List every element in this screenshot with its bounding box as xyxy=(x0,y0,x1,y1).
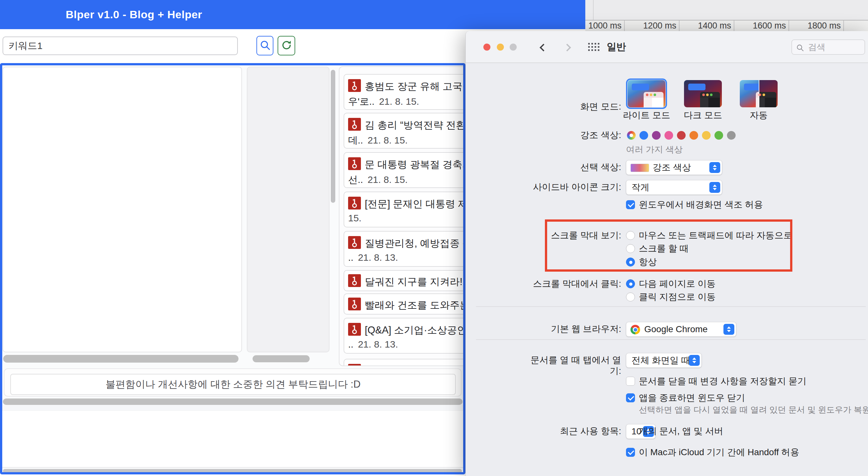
accent-pink-swatch[interactable] xyxy=(664,131,673,140)
editor-panel[interactable] xyxy=(3,67,242,352)
appearance-auto-label: 자동 xyxy=(733,109,784,122)
timeline-background-window: 1000 ms 1200 ms 1400 ms 1600 ms 1800 ms xyxy=(585,0,868,31)
handoff-checkbox[interactable] xyxy=(626,448,635,457)
post-card[interactable]: 빨래와 건조를 도와주는 발명 xyxy=(344,294,465,314)
post-card[interactable]: 식품통계로 알아보는 소금 0 xyxy=(344,359,465,366)
ruler-label: 1400 ms xyxy=(693,21,731,31)
post-date: 21. 8. 13. xyxy=(358,339,398,349)
post-title: 김 총리 “방역전략 전환할 때 xyxy=(365,118,465,132)
wallpaper-tint-checkbox[interactable] xyxy=(626,200,635,209)
dropdown-stepper-icon xyxy=(709,162,720,173)
post-card[interactable]: 문 대통령 광복절 경축사 “품 선..21. 8. 15. xyxy=(344,152,465,188)
accent-caption: 여러 가지 색상 xyxy=(626,144,683,156)
zoom-button-disabled xyxy=(509,43,517,50)
ask-to-save-checkbox[interactable] xyxy=(626,377,635,386)
post-card[interactable]: [전문] 문재인 대통령 제76주 15. xyxy=(344,192,465,228)
policy-news-icon xyxy=(348,197,361,209)
section-divider xyxy=(476,306,866,307)
dropdown-stepper-icon xyxy=(689,355,700,366)
default-browser-dropdown[interactable]: Google Chrome xyxy=(626,322,736,337)
post-card[interactable]: 질병관리청, 예방접종 증명서 ..21. 8. 13. xyxy=(344,231,465,267)
post-subline: ..21. 8. 13. xyxy=(348,339,398,350)
vertical-scrollbar[interactable] xyxy=(331,70,335,203)
post-date: 21. 8. 15. xyxy=(379,96,419,107)
scrollbar-click-label: 스크롤 막대에서 클릭: xyxy=(525,278,621,289)
sidebar-size-label: 사이드바 아이콘 크기: xyxy=(525,182,621,193)
post-subline: 15. xyxy=(348,213,362,224)
accent-purple-swatch[interactable] xyxy=(652,131,661,140)
policy-news-icon xyxy=(348,79,361,92)
post-card[interactable]: 홍범도 장군 유해 고국품으로 우'로..21. 8. 15. xyxy=(344,74,465,110)
accent-gray-swatch[interactable] xyxy=(727,131,736,140)
appearance-light-label: 라이트 모드 xyxy=(621,109,672,122)
ruler-label: 1600 ms xyxy=(747,21,786,31)
ask-to-save-label: 문서를 닫을 때 변경 사항을 저장할지 묻기 xyxy=(639,376,806,387)
scrollbar-click-jump-radio[interactable] xyxy=(626,293,635,301)
post-title: 홍범도 장군 유해 고국품으로 xyxy=(365,80,465,93)
annotation-highlight-box xyxy=(545,219,793,272)
accent-yellow-swatch[interactable] xyxy=(702,131,711,140)
policy-news-icon xyxy=(348,118,361,131)
post-card[interactable]: [Q&A] 소기업·소상공인 희 ..21. 8. 13. xyxy=(344,318,465,354)
accent-color-label: 강조 색상: xyxy=(525,130,621,141)
policy-news-icon xyxy=(348,236,361,249)
forward-icon xyxy=(563,43,571,51)
recent-items-label: 최근 사용 항목: xyxy=(525,426,621,437)
back-icon[interactable] xyxy=(539,43,547,51)
accent-multicolor-swatch[interactable] xyxy=(627,131,636,140)
show-all-preferences-icon[interactable] xyxy=(588,43,599,52)
footer-scrollbar[interactable] xyxy=(3,469,462,473)
post-subline: 우'로..21. 8. 15. xyxy=(348,95,419,108)
scrollbar-click-next-page-label: 다음 페이지로 이동 xyxy=(639,278,716,289)
bottom-horizontal-scrollbar[interactable] xyxy=(3,399,463,405)
highlight-color-dropdown[interactable]: 강조 색상 xyxy=(626,160,722,175)
chrome-icon xyxy=(630,325,640,334)
refresh-icon xyxy=(281,39,292,52)
appearance-option-auto[interactable] xyxy=(740,80,778,107)
close-windows-on-quit-checkbox[interactable] xyxy=(626,394,635,402)
ruler-tick xyxy=(679,21,680,32)
accent-orange-swatch[interactable] xyxy=(689,131,698,140)
blper-content-area: 홍범도 장군 유해 고국품으로 우'로..21. 8. 15. 김 총리 “방역… xyxy=(0,63,465,474)
timeline-ruler: 1000 ms 1200 ms 1400 ms 1600 ms 1800 ms xyxy=(585,20,868,31)
default-browser-label: 기본 웹 브라우저: xyxy=(525,324,621,334)
secondary-horizontal-scrollbar[interactable] xyxy=(253,355,310,362)
open-in-tabs-dropdown[interactable]: 전체 화면일 때 xyxy=(626,353,702,368)
ruler-tick xyxy=(843,21,844,32)
scrollbar-click-next-page-radio[interactable] xyxy=(626,279,635,288)
search-placeholder: 검색 xyxy=(808,40,825,54)
search-button[interactable] xyxy=(256,36,273,56)
search-icon xyxy=(796,43,804,52)
post-card[interactable]: 김 총리 “방역전략 전환할 때 데..21. 8. 15. xyxy=(344,113,465,149)
post-date: 15. xyxy=(348,213,362,223)
post-card[interactable]: 달궈진 지구를 지켜라! 인공 xyxy=(344,270,465,291)
policy-news-icon xyxy=(348,323,361,336)
post-title: [Q&A] 소기업·소상공인 희 xyxy=(365,324,465,337)
accent-green-swatch[interactable] xyxy=(714,131,723,140)
accent-blue-swatch[interactable] xyxy=(640,131,648,140)
highlight-gradient-swatch xyxy=(630,164,649,172)
screen: Blper v1.0 - Blog + Helper xyxy=(0,0,868,476)
keyword-input[interactable] xyxy=(3,36,238,55)
appearance-option-dark[interactable] xyxy=(684,80,722,107)
policy-news-icon xyxy=(348,157,361,170)
accent-red-swatch[interactable] xyxy=(677,131,686,140)
ruler-label: 1000 ms xyxy=(583,21,621,31)
post-date: 21. 8. 15. xyxy=(368,174,408,185)
settings-search-field[interactable]: 검색 xyxy=(792,39,865,55)
secondary-panel[interactable] xyxy=(247,67,330,352)
close-button[interactable] xyxy=(483,43,490,50)
appearance-dark-label: 다크 모드 xyxy=(677,109,728,122)
minimize-button[interactable] xyxy=(497,43,504,50)
handoff-label: 이 Mac과 iCloud 기기 간에 Handoff 허용 xyxy=(639,447,799,458)
appearance-option-light[interactable] xyxy=(628,80,665,107)
post-title: 질병관리청, 예방접종 증명서 xyxy=(365,237,465,250)
policy-news-icon xyxy=(348,298,361,310)
refresh-button[interactable] xyxy=(278,36,295,56)
editor-horizontal-scrollbar[interactable] xyxy=(3,355,239,363)
section-divider xyxy=(476,339,866,340)
sidebar-size-dropdown[interactable]: 작게 xyxy=(626,180,722,195)
dropdown-stepper-icon xyxy=(709,182,720,193)
post-subline: 데..21. 8. 15. xyxy=(348,134,408,147)
lower-panel xyxy=(2,411,463,467)
